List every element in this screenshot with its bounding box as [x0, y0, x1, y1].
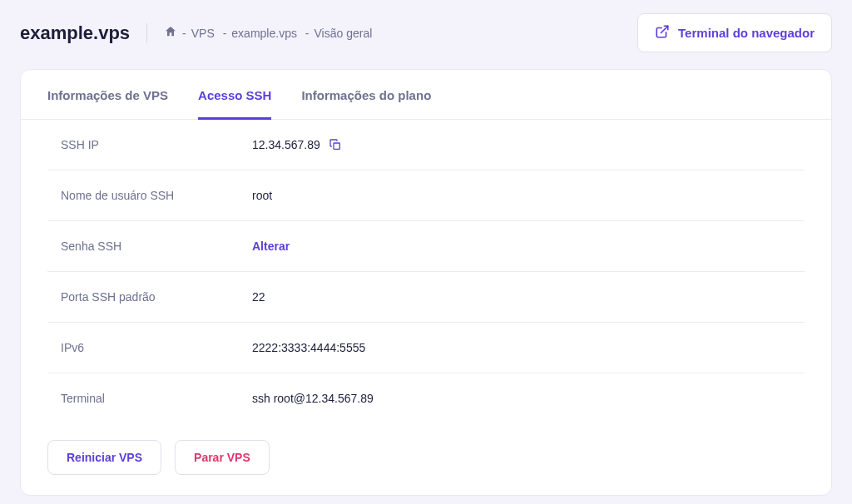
row-value: ssh root@12.34.567.89	[252, 392, 374, 405]
row-value: 12.34.567.89	[252, 138, 342, 151]
row-label: Senha SSH	[61, 240, 252, 253]
breadcrumb: - VPS - example.vps - Visão geral	[164, 25, 372, 41]
tab-vps-info[interactable]: Informações de VPS	[47, 70, 168, 120]
row-label: Nome de usuáro SSH	[61, 189, 252, 202]
actions: Reiniciar VPS Parar VPS	[21, 423, 831, 475]
ssh-ip-value: 12.34.567.89	[252, 138, 320, 151]
row-terminal: Terminal ssh root@12.34.567.89	[47, 373, 805, 423]
home-icon[interactable]	[164, 25, 177, 41]
copy-icon[interactable]	[329, 138, 342, 151]
row-ipv6: IPv6 2222:3333:4444:5555	[47, 323, 805, 373]
browser-terminal-button[interactable]: Terminal do navegador	[637, 13, 832, 52]
stop-vps-button[interactable]: Parar VPS	[175, 440, 270, 475]
row-label: Terminal	[61, 392, 252, 405]
breadcrumb-sep: -	[302, 27, 310, 40]
row-ssh-port: Porta SSH padrão 22	[47, 272, 805, 323]
breadcrumb-item[interactable]: example.vps	[231, 27, 297, 40]
row-value: root	[252, 189, 272, 202]
page-title: example.vps	[20, 22, 130, 44]
tab-plan-info[interactable]: Informações do plano	[301, 70, 431, 120]
breadcrumb-sep: -	[220, 27, 227, 40]
tab-ssh-access[interactable]: Acesso SSH	[198, 70, 271, 120]
ssh-rows: SSH IP 12.34.567.89 Nome de usuáro SSH r…	[21, 120, 831, 423]
tabs: Informações de VPS Acesso SSH Informaçõe…	[21, 70, 831, 120]
breadcrumb-sep: -	[182, 27, 186, 40]
ssh-card: Informações de VPS Acesso SSH Informaçõe…	[20, 69, 832, 496]
row-label: SSH IP	[61, 138, 252, 151]
svg-rect-1	[334, 143, 339, 149]
svg-line-0	[661, 26, 668, 32]
row-ssh-user: Nome de usuáro SSH root	[47, 170, 805, 221]
change-password-link[interactable]: Alterar	[252, 240, 290, 253]
row-label: Porta SSH padrão	[61, 290, 252, 304]
browser-terminal-label: Terminal do navegador	[678, 26, 815, 40]
breadcrumb-item[interactable]: VPS	[191, 27, 215, 40]
row-value: 22	[252, 290, 265, 304]
row-value: 2222:3333:4444:5555	[252, 341, 365, 354]
restart-vps-button[interactable]: Reiniciar VPS	[47, 440, 161, 475]
row-ssh-password: Senha SSH Alterar	[47, 221, 805, 272]
breadcrumb-item: Visão geral	[314, 27, 372, 40]
divider	[146, 23, 147, 43]
external-link-icon	[655, 24, 670, 42]
row-ssh-ip: SSH IP 12.34.567.89	[47, 120, 805, 170]
row-label: IPv6	[61, 341, 252, 354]
